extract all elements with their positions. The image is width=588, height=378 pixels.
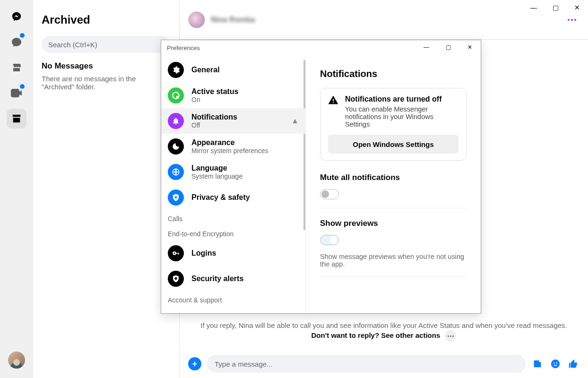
pref-item-security[interactable]: Security alerts [161,266,305,292]
chat-info: If you reply, Nina will be able to call … [180,321,588,342]
prefs-close-button[interactable]: ✕ [459,40,481,54]
warning-triangle-icon [328,95,338,105]
pref-item-label: Logins [191,249,216,258]
mute-toggle[interactable] [320,189,339,199]
no-messages-sub: There are no messages in the "Archived" … [42,75,170,91]
pref-item-active-status[interactable]: Active statusOn [161,83,305,108]
previews-desc: Show message previews when you're not us… [320,253,467,268]
chats-tab[interactable] [7,32,26,52]
warning-icon: ▲ [291,117,299,125]
composer: + Type a message... [180,350,588,378]
preferences-main: Notifications Notifications are turned o… [306,55,481,313]
pref-item-label: Language [191,164,242,172]
pref-item-label: Privacy & safety [191,193,250,202]
pref-item-sub: System language [191,172,242,180]
composer-input[interactable]: Type a message... [207,355,526,373]
archived-pane: Archived Search (Ctrl+K) No Messages The… [33,0,180,378]
contact-avatar[interactable] [188,11,205,28]
mute-title: Mute all notifications [320,173,467,182]
svg-rect-6 [175,197,177,198]
bell-icon [168,113,184,129]
pref-section-calls: Calls [161,210,305,225]
card-sub: You can enable Messenger notifications i… [345,105,458,128]
svg-rect-12 [333,99,334,102]
svg-rect-10 [178,253,179,255]
pref-item-privacy[interactable]: Privacy & safety [161,185,305,210]
search-placeholder: Search (Ctrl+K) [48,41,97,49]
svg-point-11 [174,277,177,280]
archived-title: Archived [42,13,170,26]
pref-item-general[interactable]: General [161,57,305,83]
shield-icon [168,189,184,206]
composer-add-button[interactable]: + [188,357,201,370]
previews-title: Show previews [320,219,467,228]
chat-other-actions[interactable]: Don't want to reply? See other actions [311,331,441,339]
pref-item-appearance[interactable]: AppearanceMirror system preferences [161,134,305,159]
pref-item-sub: Mirror system preferences [191,147,268,155]
gear-icon [168,62,184,78]
notifications-off-card: Notifications are turned off You can ena… [320,88,467,161]
archived-tab[interactable] [7,109,26,129]
svg-rect-13 [333,102,334,103]
pref-item-sub: Off [191,121,237,129]
pref-item-logins[interactable]: Logins [161,241,305,266]
contact-name: Nina Romba [211,16,255,24]
search-input[interactable]: Search (Ctrl+K) [42,36,170,53]
notifications-heading: Notifications [320,69,467,79]
pref-item-notifications[interactable]: NotificationsOff ▲ [161,108,305,134]
prefs-maximize-button[interactable]: ▢ [437,40,459,54]
pref-section-account: Account & support [161,292,305,307]
chat-more-button[interactable] [564,12,579,27]
sticker-icon[interactable] [531,358,544,370]
no-messages-heading: No Messages [42,61,170,71]
card-title: Notifications are turned off [345,95,458,103]
key-icon [168,245,184,261]
thumbs-up-icon[interactable] [567,358,579,370]
unread-dot-icon [20,84,25,89]
pref-item-label: General [191,66,220,74]
chat-header: Nina Romba [180,0,588,40]
mute-section: Mute all notifications [320,173,467,208]
pref-item-sub: On [191,96,239,103]
composer-placeholder: Type a message... [215,360,273,368]
unread-dot-icon [20,33,25,38]
prefs-minimize-button[interactable]: — [415,40,437,54]
preferences-window-controls: — ▢ ✕ [415,40,481,54]
emoji-icon[interactable] [549,358,562,370]
svg-point-2 [556,362,557,363]
open-windows-settings-button[interactable]: Open Windows Settings [328,135,458,154]
svg-point-4 [176,96,179,99]
pref-item-label: Active status [191,87,239,96]
svg-point-1 [553,362,554,363]
pref-item-label: Notifications [191,113,237,121]
chat-info-line: If you reply, Nina will be able to call … [180,321,588,329]
preferences-sidebar: General Active statusOn NotificationsOff… [161,55,306,313]
svg-point-8 [174,253,175,254]
pref-item-language[interactable]: LanguageSystem language [161,159,305,185]
globe-icon [168,164,184,180]
svg-point-0 [551,360,560,368]
preferences-dialog: Preferences — ▢ ✕ General Active statusO… [161,40,481,314]
video-chats-tab[interactable] [7,83,26,103]
shield-check-icon [168,271,184,287]
previews-section: Show previews Show message previews when… [320,219,467,277]
pref-item-label: Security alerts [191,275,243,283]
moon-icon [168,138,184,155]
nav-rail [0,0,33,378]
pref-item-label: Appearance [191,138,268,147]
messenger-logo-icon[interactable] [7,7,26,26]
my-avatar[interactable] [8,352,25,369]
previews-toggle[interactable] [320,235,339,245]
pref-section-e2e: End-to-end Encryption [161,225,305,241]
marketplace-tab[interactable] [7,58,26,77]
other-actions-more-icon[interactable] [445,330,456,342]
status-icon [168,87,184,103]
